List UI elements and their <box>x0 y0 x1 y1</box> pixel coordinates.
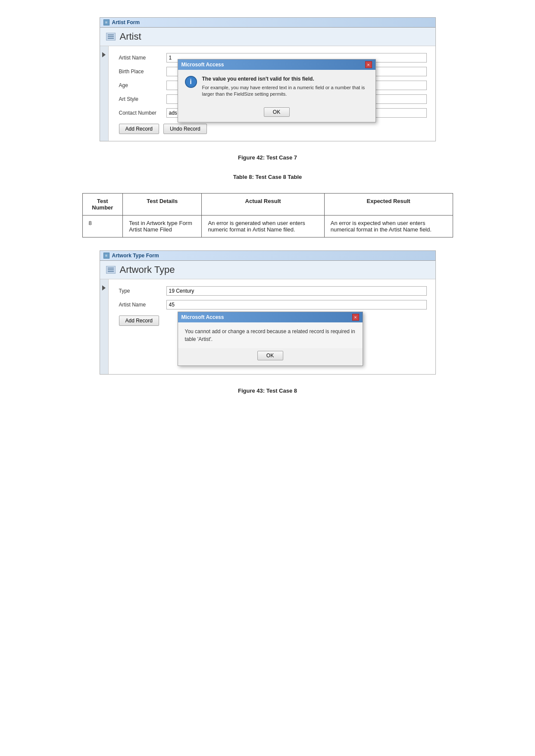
artwork-form-title: Artwork Type <box>120 264 175 275</box>
dialog-box-2: Microsoft Access × You cannot add or cha… <box>178 312 363 366</box>
dialog-main-text-2: You cannot add or change a record becaus… <box>185 328 356 343</box>
artwork-form-header-icon <box>106 266 116 274</box>
dialog-ok-button-2[interactable]: OK <box>257 351 283 360</box>
art-style-label: Art Style <box>119 96 166 102</box>
contact-number-label: Contact Number <box>119 110 166 116</box>
record-selector <box>100 46 109 141</box>
artist-name-label: Artist Name <box>119 55 166 61</box>
cell-test-number: 8 <box>82 216 123 237</box>
add-record-button-2[interactable]: Add Record <box>119 316 159 326</box>
microsoft-access-dialog-2: Microsoft Access × You cannot add or cha… <box>178 312 363 366</box>
dialog-title-1: Microsoft Access <box>181 62 224 68</box>
artwork-record-selector <box>100 279 109 374</box>
artwork-artist-name-field: Artist Name <box>119 300 427 309</box>
col-expected-result: Expected Result <box>324 194 453 216</box>
dialog-titlebar-1: Microsoft Access × <box>178 59 375 70</box>
artwork-form-window-icon: ≡ <box>103 253 110 259</box>
form-header-icon <box>106 33 116 41</box>
dialog-box-1: Microsoft Access × i The value you enter… <box>178 59 376 122</box>
dialog-ok-button-1[interactable]: OK <box>264 107 290 117</box>
table-row: 8 Test in Artwork type Form Artist Name … <box>82 216 453 237</box>
birth-place-label: Birth Place <box>119 69 166 75</box>
figure-43-caption: Figure 43: Test Case 8 <box>238 387 297 394</box>
type-input[interactable] <box>166 286 427 296</box>
artwork-form-body: Type Artist Name Microsoft Access × <box>100 279 435 374</box>
expected-result-text: An error is expected when user enters nu… <box>331 220 432 233</box>
artist-form-body: Artist Name Birth Place Age Art Style <box>100 46 435 141</box>
table-8-caption: Table 8: Test Case 8 Table <box>233 174 302 180</box>
artwork-form-titlebar: ≡ Artwork Type Form <box>100 251 435 261</box>
dialog-footer-2: OK <box>178 348 363 366</box>
dialog-content-1: i The value you entered isn't valid for … <box>178 70 375 104</box>
artist-form-window: ≡ Artist Form Artist Artist Name Birth <box>100 17 436 141</box>
figure-42-caption: Figure 42: Test Case 7 <box>238 154 297 161</box>
type-label: Type <box>119 288 166 294</box>
artist-form-window-icon: ≡ <box>103 19 110 25</box>
age-label: Age <box>119 82 166 88</box>
dialog-title-2: Microsoft Access <box>181 314 224 320</box>
dialog-titlebar-2: Microsoft Access × <box>178 312 363 322</box>
add-record-button-1[interactable]: Add Record <box>119 124 159 134</box>
test-details-text: Test in Artwork type Form Artist Name Fi… <box>129 220 194 233</box>
dialog-close-button-2[interactable]: × <box>352 314 359 321</box>
info-icon-1: i <box>185 76 197 88</box>
cell-actual-result: An error is generated when user enters n… <box>202 216 324 237</box>
artwork-form-header: Artwork Type <box>100 261 435 279</box>
cell-test-details: Test in Artwork type Form Artist Name Fi… <box>123 216 202 237</box>
undo-record-button[interactable]: Undo Record <box>163 124 207 134</box>
test-case-8-table: Test Number Test Details Actual Result E… <box>82 193 453 237</box>
cell-expected-result: An error is expected when user enters nu… <box>324 216 453 237</box>
artwork-record-selector-arrow <box>102 285 106 291</box>
artwork-artist-name-input[interactable] <box>166 300 427 309</box>
dialog-content-2: You cannot add or change a record becaus… <box>178 322 363 348</box>
col-actual-result: Actual Result <box>202 194 324 216</box>
record-selector-arrow <box>102 52 106 57</box>
artwork-form-window-title: Artwork Type Form <box>112 253 159 259</box>
dialog-text-area-1: The value you entered isn't valid for th… <box>202 76 369 98</box>
artist-form-titlebar: ≡ Artist Form <box>100 18 435 28</box>
dialog-close-button-1[interactable]: × <box>365 61 372 68</box>
microsoft-access-dialog-1: Microsoft Access × i The value you enter… <box>178 59 376 122</box>
dialog-main-text-1: The value you entered isn't valid for th… <box>202 76 369 82</box>
dialog-sub-text-1: For example, you may have entered text i… <box>202 84 369 98</box>
artist-form-window-title: Artist Form <box>112 19 140 25</box>
table-header-row: Test Number Test Details Actual Result E… <box>82 194 453 216</box>
actual-result-text: An error is generated when user enters n… <box>208 220 305 233</box>
artist-form-header: Artist <box>100 28 435 46</box>
col-test-number: Test Number <box>82 194 123 216</box>
artist-form-buttons: Add Record Undo Record <box>119 124 427 134</box>
type-field: Type <box>119 286 427 296</box>
col-test-details: Test Details <box>123 194 202 216</box>
artwork-type-form-window: ≡ Artwork Type Form Artwork Type Type A <box>100 250 436 375</box>
artwork-form-fields: Type Artist Name <box>119 286 427 309</box>
artwork-artist-name-label: Artist Name <box>119 302 166 308</box>
dialog-footer-1: OK <box>178 104 375 122</box>
artist-form-title: Artist <box>120 31 141 42</box>
